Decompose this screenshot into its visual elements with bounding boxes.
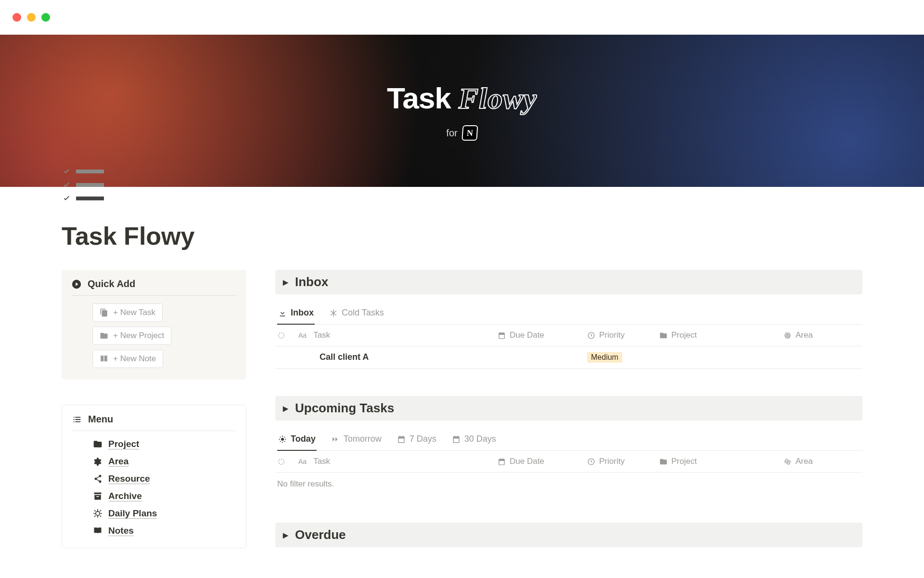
folder-icon <box>100 331 108 340</box>
menu-label-resource: Resource <box>108 473 150 484</box>
window-minimize-button[interactable] <box>27 13 36 22</box>
menu-label-project: Project <box>108 439 139 449</box>
svg-point-6 <box>281 438 284 441</box>
tab-7days[interactable]: 7 Days <box>396 429 437 451</box>
caret-right-icon: ▶ <box>283 278 288 286</box>
window-chrome <box>0 0 924 35</box>
upcoming-columns: AaTask Due Date Priority Project Area <box>275 451 862 473</box>
snowflake-icon <box>329 309 338 317</box>
cover-for-label: for <box>446 128 457 139</box>
empty-results: No filter results. <box>275 473 862 496</box>
menu-item-archive[interactable]: Archive <box>93 491 236 501</box>
svg-point-7 <box>279 459 284 464</box>
col-area-label: Area <box>796 330 813 340</box>
table-row[interactable]: Call client A Medium <box>275 346 862 369</box>
tab-30days[interactable]: 30 Days <box>451 429 497 451</box>
inbox-toggle[interactable]: ▶ Inbox <box>275 270 862 294</box>
quick-add-card: Quick Add + New Task + New Project + New… <box>62 270 246 380</box>
tab-inbox-label: Inbox <box>291 308 314 318</box>
tab-30days-label: 30 Days <box>464 434 496 444</box>
inbox-section: ▶ Inbox Inbox Cold Tasks AaTask <box>275 270 862 369</box>
col-project-label: Project <box>671 330 697 340</box>
status-icon <box>277 458 285 466</box>
overdue-section: ▶ Overdue <box>275 523 862 547</box>
tab-today[interactable]: Today <box>277 429 317 451</box>
page-icon-checklist <box>62 164 104 206</box>
download-icon <box>278 309 287 317</box>
cover-title-solid: Task <box>387 81 451 115</box>
calendar-icon <box>452 435 461 444</box>
caret-right-icon: ▶ <box>283 405 288 412</box>
cover-subtitle: for N <box>446 125 477 141</box>
new-project-button[interactable]: + New Project <box>92 327 171 345</box>
menu-title: Menu <box>88 414 113 425</box>
tab-cold-tasks[interactable]: Cold Tasks <box>328 303 385 325</box>
share-icon <box>93 474 103 484</box>
svg-point-0 <box>279 332 284 338</box>
tab-tomorrow[interactable]: Tomorrow <box>330 429 383 451</box>
sun-icon <box>278 435 287 444</box>
priority-icon <box>587 458 595 466</box>
status-icon <box>277 331 285 340</box>
upcoming-section: ▶ Upcoming Tasks Today Tomorrow 7 Days <box>275 396 862 496</box>
notion-logo-icon: N <box>462 125 478 141</box>
tab-tomorrow-label: Tomorrow <box>344 434 382 444</box>
svg-point-9 <box>787 461 788 462</box>
calendar-icon <box>498 458 506 466</box>
cover-title-outline: Flowy <box>459 81 537 116</box>
menu-label-archive: Archive <box>108 491 142 501</box>
col-due-label: Due Date <box>510 330 544 340</box>
new-task-label: + New Task <box>113 308 155 317</box>
row-task-cell: Call client A <box>298 352 498 363</box>
play-circle-icon <box>71 279 82 289</box>
archive-icon <box>93 491 103 501</box>
col-priority-label: Priority <box>599 330 625 340</box>
upcoming-toggle[interactable]: ▶ Upcoming Tasks <box>275 396 862 420</box>
new-task-button[interactable]: + New Task <box>92 303 163 322</box>
menu-item-area[interactable]: Area <box>93 456 236 467</box>
atom-icon <box>93 457 103 466</box>
tab-inbox[interactable]: Inbox <box>277 303 315 325</box>
forward-icon <box>331 435 340 444</box>
overdue-toggle[interactable]: ▶ Overdue <box>275 523 862 547</box>
calendar-icon <box>397 435 406 444</box>
priority-icon <box>587 331 595 340</box>
priority-tag: Medium <box>587 352 622 363</box>
window-zoom-button[interactable] <box>41 13 50 22</box>
new-note-button[interactable]: + New Note <box>92 350 163 368</box>
menu-label-area: Area <box>108 456 128 467</box>
menu-card: Menu Project Area Resource <box>62 405 246 548</box>
menu-label-daily-plans: Daily Plans <box>108 508 157 519</box>
cover-title: Task Flowy <box>387 81 537 116</box>
folder-icon <box>659 458 667 466</box>
quick-add-title: Quick Add <box>88 278 135 289</box>
folder-icon <box>659 331 667 340</box>
col-due-label: Due Date <box>510 457 544 466</box>
menu-item-notes[interactable]: Notes <box>93 525 236 536</box>
overdue-title: Overdue <box>295 527 346 542</box>
col-priority-label: Priority <box>599 457 625 466</box>
inbox-columns: AaTask Due Date Priority Project Area <box>275 325 862 346</box>
quick-add-header: Quick Add <box>71 278 237 296</box>
menu-item-resource[interactable]: Resource <box>93 473 236 484</box>
atom-icon <box>783 331 792 340</box>
window-close-button[interactable] <box>13 13 21 22</box>
page-title: Task Flowy <box>62 222 862 250</box>
svg-point-2 <box>787 335 788 336</box>
menu-item-project[interactable]: Project <box>93 439 236 449</box>
book-icon <box>100 355 108 363</box>
col-project-label: Project <box>671 457 697 466</box>
book-open-icon <box>93 526 103 536</box>
cover-image: Task Flowy for N <box>0 35 924 187</box>
list-icon <box>72 414 82 425</box>
folder-icon <box>93 439 103 449</box>
copy-icon <box>100 308 108 317</box>
menu-label-notes: Notes <box>108 525 134 536</box>
menu-item-daily-plans[interactable]: Daily Plans <box>93 508 236 519</box>
tab-today-label: Today <box>291 434 316 444</box>
new-note-label: + New Note <box>113 354 156 364</box>
atom-icon <box>783 458 792 466</box>
calendar-icon <box>498 331 506 340</box>
col-task-label: Task <box>313 457 330 466</box>
caret-right-icon: ▶ <box>283 531 288 539</box>
